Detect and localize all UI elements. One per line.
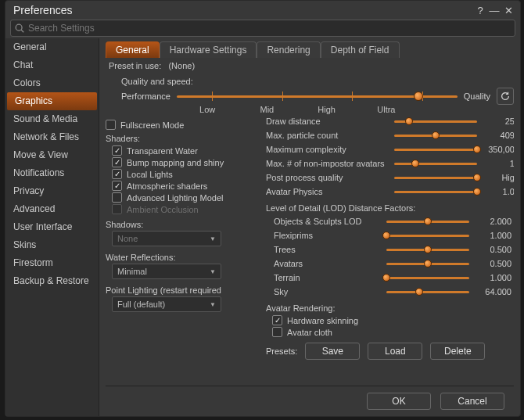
ok-button[interactable]: OK	[367, 393, 431, 410]
checkbox-icon	[272, 327, 282, 337]
shadows-heading: Shadows:	[106, 220, 258, 229]
slider-max-particle-count: Max. particle count4096	[266, 128, 514, 142]
tab-hardware-settings[interactable]: Hardware Settings	[160, 41, 257, 58]
delete-button[interactable]: Delete	[430, 343, 485, 360]
shader-check-atmospheric-shaders[interactable]: Atmospheric shaders	[112, 180, 258, 192]
quality-left-label: Performance	[121, 92, 170, 101]
checkbox-icon	[112, 204, 122, 214]
slider-label: Draw distance	[266, 117, 391, 126]
avatar-rendering-heading: Avatar Rendering:	[266, 303, 514, 313]
lod-heading: Level of Detail (LOD) Distance Factors:	[266, 203, 514, 213]
slider-track[interactable]	[394, 130, 477, 141]
sidebar-item-user-interface[interactable]: User Interface	[5, 218, 99, 236]
sidebar-item-advanced[interactable]: Advanced	[5, 200, 99, 218]
slider-track[interactable]	[386, 286, 469, 297]
slider-value: High	[480, 173, 514, 182]
minimize-icon[interactable]: —	[487, 3, 501, 17]
slider-label: Avatars	[266, 259, 383, 268]
sidebar-item-network-files[interactable]: Network & Files	[5, 128, 99, 146]
avatar-cloth-check[interactable]: Avatar cloth	[272, 326, 514, 338]
tabs: GeneralHardware SettingsRenderingDepth o…	[106, 41, 514, 58]
sidebar-item-chat[interactable]: Chat	[5, 56, 99, 74]
slider-value: 1.000	[472, 273, 511, 282]
shader-check-ambient-occlusion: Ambient Occlusion	[112, 203, 258, 215]
slider-sky: Sky64.000	[266, 285, 514, 299]
fullscreen-check[interactable]: Fullscreen Mode	[106, 119, 258, 131]
sidebar-item-backup-restore[interactable]: Backup & Restore	[5, 272, 99, 290]
slider-label: Objects & Sculpts LOD	[266, 217, 383, 226]
window-title: Preferences	[13, 4, 72, 16]
sidebar-item-privacy[interactable]: Privacy	[5, 182, 99, 200]
search-input[interactable]	[28, 23, 511, 34]
slider-label: Avatar Physics	[266, 187, 391, 196]
slider-track[interactable]	[386, 230, 469, 241]
slider-value: 16	[480, 159, 514, 168]
point-dropdown[interactable]: Full (default) ▼	[112, 296, 221, 312]
quality-tick-label: Mid	[237, 105, 296, 114]
slider-value: 4096	[480, 131, 514, 140]
sidebar-item-move-view[interactable]: Move & View	[5, 146, 99, 164]
slider-objects-sculpts-lod: Objects & Sculpts LOD2.000	[266, 214, 514, 228]
help-icon[interactable]: ?	[473, 3, 487, 17]
slider-trees: Trees0.500	[266, 242, 514, 257]
water-heading: Water Reflections:	[106, 253, 258, 262]
slider-label: Flexiprims	[266, 231, 383, 240]
slider-track[interactable]	[394, 186, 477, 197]
cancel-button[interactable]: Cancel	[440, 393, 504, 410]
shader-check-bump-mapping-and-shiny[interactable]: Bump mapping and shiny	[112, 156, 258, 168]
slider-track[interactable]	[394, 144, 477, 155]
shader-check-local-lights[interactable]: Local Lights	[112, 168, 258, 180]
slider-track[interactable]	[386, 258, 469, 269]
slider-track[interactable]	[386, 216, 469, 227]
load-button[interactable]: Load	[368, 343, 422, 360]
shader-check-transparent-water[interactable]: Transparent Water	[112, 145, 258, 156]
sidebar: GeneralChatColorsGraphicsSound & MediaNe…	[5, 38, 99, 416]
slider-value: 0.500	[472, 245, 511, 254]
slider-avatar-physics: Avatar Physics1.00	[266, 185, 514, 199]
checkbox-icon	[272, 315, 282, 325]
tab-rendering[interactable]: Rendering	[257, 41, 320, 58]
slider-value: 0.500	[472, 259, 511, 268]
sidebar-item-graphics[interactable]: Graphics	[7, 92, 97, 110]
slider-max-of-non-impostor-avatars: Max. # of non-impostor avatars16	[266, 156, 514, 171]
svg-point-0	[16, 24, 22, 31]
hw-skinning-check[interactable]: Hardware skinning	[272, 314, 514, 326]
shadows-dropdown[interactable]: None ▼	[112, 231, 221, 246]
slider-track[interactable]	[386, 244, 469, 255]
shader-check-advanced-lighting-model[interactable]: Advanced Lighting Model	[112, 192, 258, 203]
quality-tick-label: High	[297, 105, 357, 114]
chevron-down-icon: ▼	[210, 301, 216, 308]
sidebar-item-sound-media[interactable]: Sound & Media	[5, 110, 99, 128]
slider-track[interactable]	[394, 172, 477, 183]
sidebar-item-firestorm[interactable]: Firestorm	[5, 254, 99, 272]
slider-track[interactable]	[394, 116, 477, 127]
titlebar: Preferences ? — ✕	[5, 1, 520, 20]
slider-label: Post process quality	[266, 173, 391, 182]
save-button[interactable]: Save	[305, 343, 360, 360]
slider-avatars: Avatars0.500	[266, 257, 514, 271]
tab-depth-of-field[interactable]: Depth of Field	[321, 41, 400, 58]
slider-value: 1.000	[472, 231, 511, 240]
sidebar-item-notifications[interactable]: Notifications	[5, 164, 99, 182]
close-icon[interactable]: ✕	[501, 3, 515, 17]
sidebar-item-general[interactable]: General	[5, 38, 99, 56]
slider-label: Max. # of non-impostor avatars	[266, 159, 391, 168]
search-bar[interactable]	[10, 20, 515, 37]
tab-general[interactable]: General	[106, 41, 160, 58]
slider-value: 64.000	[472, 287, 511, 296]
preset-line: Preset in use: (None)	[106, 59, 514, 74]
sidebar-item-skins[interactable]: Skins	[5, 236, 99, 254]
sidebar-item-colors[interactable]: Colors	[5, 74, 99, 92]
point-heading: Point Lighting (restart required	[106, 285, 258, 295]
refresh-icon	[500, 91, 511, 102]
slider-track[interactable]	[394, 158, 477, 169]
slider-post-process-quality: Post process qualityHigh	[266, 171, 514, 185]
quality-slider[interactable]	[177, 90, 458, 102]
slider-value: 256	[480, 117, 514, 126]
slider-terrain: Terrain1.000	[266, 271, 514, 285]
water-dropdown[interactable]: Minimal ▼	[112, 264, 221, 279]
slider-label: Max. particle count	[266, 131, 391, 140]
slider-draw-distance: Draw distance256m	[266, 114, 514, 128]
slider-track[interactable]	[386, 272, 469, 283]
refresh-button[interactable]	[497, 88, 514, 105]
